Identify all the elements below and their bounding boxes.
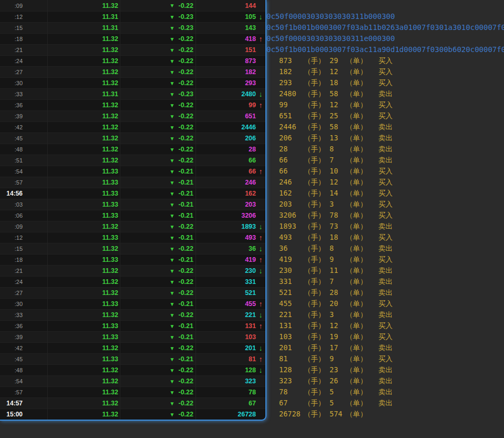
- detail-order-count: 58: [330, 88, 346, 99]
- down-triangle-icon: ▼: [170, 224, 175, 230]
- lots-label: （手）: [304, 386, 330, 398]
- table-row[interactable]: :4511.32▼-0.22206: [0, 133, 265, 144]
- lots-label: （手）: [304, 155, 330, 166]
- lots-label: （手）: [304, 320, 330, 331]
- detail-order-count: 29: [330, 55, 346, 66]
- up-arrow-icon: ↑: [256, 254, 265, 265]
- price-change: ▼-0.22: [120, 310, 196, 320]
- detail-order-count: 12: [330, 99, 346, 110]
- arrow-slot: [256, 387, 265, 398]
- detail-direction: 卖出: [378, 221, 393, 232]
- table-row[interactable]: :2411.32▼-0.22331: [0, 276, 265, 287]
- table-row[interactable]: :3611.33▼-0.21131↑: [0, 320, 265, 331]
- table-row[interactable]: :5711.33▼-0.21246: [0, 177, 265, 188]
- table-row[interactable]: :4511.33▼-0.2181↑: [0, 353, 265, 364]
- trade-price: 11.32: [47, 387, 120, 398]
- table-row[interactable]: :2411.32▼-0.22873: [0, 55, 265, 66]
- table-row[interactable]: :0911.32▼-0.22144: [0, 0, 265, 11]
- table-row[interactable]: :0911.32▼-0.221893↓: [0, 221, 265, 232]
- table-row[interactable]: 14:5611.33▼-0.21162: [0, 188, 265, 199]
- detail-volume: 103: [279, 331, 304, 342]
- table-row[interactable]: :2711.32▼-0.22521: [0, 287, 265, 298]
- price-change: ▼-0.23: [120, 12, 196, 22]
- trade-volume: 418: [196, 34, 256, 44]
- table-row[interactable]: :5411.33▼-0.2166↑: [0, 166, 265, 177]
- table-row[interactable]: :3911.33▼-0.21103: [0, 331, 265, 342]
- table-row[interactable]: :1211.33▼-0.21493↑: [0, 232, 265, 243]
- trade-volume: 203: [196, 199, 256, 210]
- trade-volume: 26728: [196, 409, 256, 420]
- detail-volume: 493: [279, 232, 304, 243]
- detail-order-count: 9: [330, 254, 346, 265]
- down-arrow-icon: ↓: [256, 310, 265, 320]
- down-triangle-icon: ▼: [170, 323, 175, 329]
- detail-volume: 246: [279, 177, 304, 188]
- price-change: ▼-0.21: [120, 177, 196, 188]
- table-row[interactable]: :1511.31▼-0.23143: [0, 22, 265, 33]
- table-row[interactable]: :1511.32▼-0.2236↓: [0, 243, 265, 254]
- detail-direction: 买入: [378, 77, 393, 88]
- detail-volume: 66: [279, 166, 304, 177]
- trade-time: :57: [0, 177, 47, 188]
- table-row[interactable]: :4811.32▼-0.2228: [0, 144, 265, 155]
- table-row[interactable]: :3011.33▼-0.21455↑: [0, 298, 265, 309]
- detail-direction: 买入: [378, 177, 393, 188]
- trade-detail-line: 2446（手）58（单）卖出: [266, 121, 504, 133]
- table-row[interactable]: :3011.32▼-0.22293: [0, 77, 265, 88]
- detail-order-count: 17: [330, 342, 346, 353]
- trade-detail-line: 246（手）12（单）买入: [266, 177, 504, 188]
- orders-label: （单）: [346, 199, 378, 210]
- trade-price: 11.33: [47, 177, 120, 188]
- table-row[interactable]: :1811.32▼-0.22418↑: [0, 33, 265, 44]
- down-triangle-icon: ▼: [170, 290, 175, 296]
- table-row[interactable]: :2111.32▼-0.22230↓: [0, 265, 265, 276]
- table-row[interactable]: :2711.32▼-0.22182: [0, 66, 265, 77]
- up-arrow-icon: ↑: [256, 100, 265, 110]
- orders-label: （单）: [346, 254, 378, 265]
- table-row[interactable]: :5711.32▼-0.2278: [0, 386, 265, 398]
- trade-detail-line: 651（手）25（单）买入: [266, 110, 504, 121]
- price-change: ▼-0.22: [120, 398, 196, 409]
- lots-label: （手）: [304, 110, 330, 121]
- arrow-slot: [256, 78, 265, 88]
- up-arrow-icon: ↑: [256, 354, 265, 364]
- table-row[interactable]: :0311.33▼-0.21203: [0, 199, 265, 210]
- detail-volume: 182: [279, 66, 304, 77]
- table-row[interactable]: :3611.32▼-0.2299↑: [0, 99, 265, 110]
- table-row[interactable]: :3311.32▼-0.22221↓: [0, 309, 265, 320]
- detail-order-count: 3: [330, 309, 346, 320]
- table-row[interactable]: :4211.32▼-0.22201↓: [0, 342, 265, 353]
- trade-price: 11.32: [47, 34, 120, 44]
- price-change: ▼-0.23: [120, 89, 196, 99]
- table-row[interactable]: :3911.32▼-0.22651: [0, 110, 265, 121]
- table-row[interactable]: :1811.33▼-0.21419↑: [0, 254, 265, 265]
- orders-label: （单）: [346, 342, 378, 353]
- status-bar: [调试]2024/10/30 22:01:10 main.go:20: 总数： …: [0, 420, 504, 438]
- price-change: ▼-0.22: [120, 277, 196, 287]
- trade-volume: 151: [196, 45, 256, 55]
- table-row[interactable]: :5411.32▼-0.22323: [0, 375, 265, 386]
- table-row[interactable]: 14:5711.32▼-0.2267: [0, 398, 265, 409]
- detail-direction: 买入: [378, 210, 393, 221]
- table-row[interactable]: :1211.31▼-0.23105↓: [0, 11, 265, 22]
- detail-order-count: 20: [330, 298, 346, 309]
- down-arrow-icon: ↓: [256, 12, 265, 22]
- down-triangle-icon: ▼: [170, 58, 175, 64]
- table-row[interactable]: :2111.32▼-0.22151: [0, 44, 265, 55]
- table-row[interactable]: :4211.32▼-0.222446: [0, 121, 265, 133]
- table-row[interactable]: :5111.32▼-0.2266: [0, 155, 265, 166]
- table-row[interactable]: 15:0011.32▼-0.2226728: [0, 409, 265, 420]
- down-triangle-icon: ▼: [170, 257, 175, 263]
- hex-log-line: 0c50f00003030303030311e000300: [266, 33, 504, 44]
- price-change: ▼-0.21: [120, 188, 196, 199]
- table-row[interactable]: :0611.33▼-0.213206: [0, 210, 265, 221]
- trade-price: 11.32: [47, 398, 120, 409]
- down-triangle-icon: ▼: [170, 180, 175, 186]
- trade-detail-line: 81（手）9（单）买入: [266, 353, 504, 364]
- table-row[interactable]: :4811.32▼-0.22128↓: [0, 364, 265, 375]
- detail-volume: 131: [279, 320, 304, 331]
- table-row[interactable]: :3311.31▼-0.232480↓: [0, 88, 265, 99]
- orders-label: （单）: [346, 320, 378, 331]
- detail-volume: 651: [279, 110, 304, 121]
- detail-volume: 28: [279, 144, 304, 155]
